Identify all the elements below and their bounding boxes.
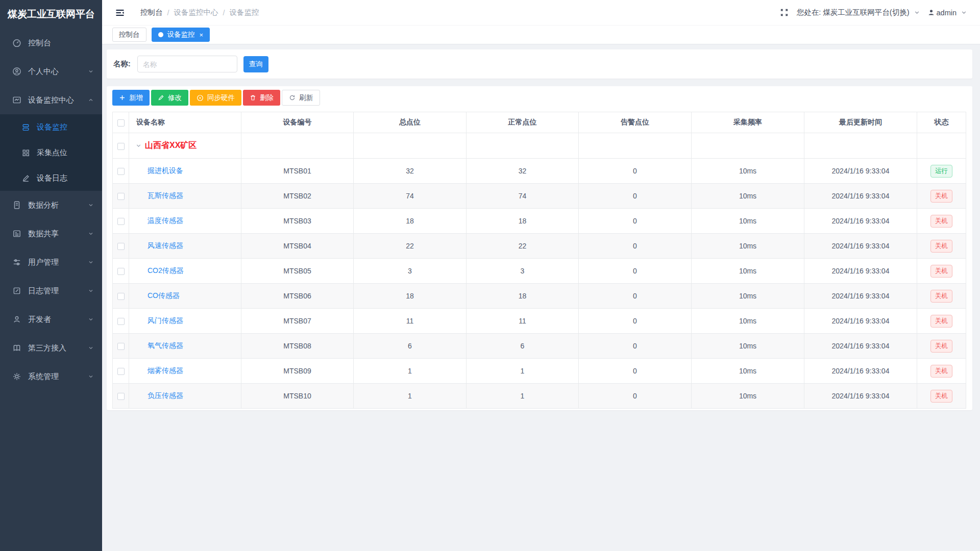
collapse-group-icon[interactable] xyxy=(135,142,142,149)
breadcrumb-device-monitor-center[interactable]: 设备监控中心 xyxy=(174,8,218,17)
sidebar-item-label: 系统管理 xyxy=(28,372,88,382)
fullscreen-icon[interactable] xyxy=(780,8,789,17)
row-checkbox[interactable] xyxy=(117,393,125,400)
row-checkbox[interactable] xyxy=(117,243,125,250)
device-frequency: 10ms xyxy=(692,334,804,359)
table-row: 温度传感器 MTSB03 18 18 0 10ms 2024/1/16 9:33… xyxy=(113,209,966,234)
device-alarm-points: 0 xyxy=(579,309,692,334)
device-name-link[interactable]: 氧气传感器 xyxy=(129,341,183,350)
app-logo: 煤炭工业互联网平台 xyxy=(0,0,102,29)
sidebar-item-label: 采集点位 xyxy=(37,148,94,158)
row-checkbox[interactable] xyxy=(117,218,125,225)
sidebar-item-console[interactable]: 控制台 xyxy=(0,29,102,57)
device-name-link[interactable]: 瓦斯传感器 xyxy=(129,191,183,201)
sidebar-item-log-management[interactable]: 日志管理 xyxy=(0,277,102,305)
table-row: 瓦斯传感器 MTSB02 74 74 0 10ms 2024/1/16 9:33… xyxy=(113,184,966,209)
sidebar-item-system-management[interactable]: 系统管理 xyxy=(0,362,102,391)
add-button-label: 新增 xyxy=(129,93,143,103)
device-frequency: 10ms xyxy=(692,284,804,309)
device-total-points: 11 xyxy=(354,309,467,334)
device-normal-points: 22 xyxy=(467,234,579,259)
device-name-link[interactable]: 烟雾传感器 xyxy=(129,366,183,375)
query-button[interactable]: 查询 xyxy=(243,56,268,72)
device-frequency: 10ms xyxy=(692,184,804,209)
device-code: MTSB06 xyxy=(241,284,354,309)
sidebar-item-collection-points[interactable]: 采集点位 xyxy=(0,140,102,165)
breadcrumb-console[interactable]: 控制台 xyxy=(140,8,163,17)
row-checkbox[interactable] xyxy=(117,293,125,300)
collapse-sidebar-icon[interactable] xyxy=(115,8,125,18)
sidebar-item-user-management[interactable]: 用户管理 xyxy=(0,248,102,277)
device-alarm-points: 0 xyxy=(579,334,692,359)
table-row: 风速传感器 MTSB04 22 22 0 10ms 2024/1/16 9:33… xyxy=(113,234,966,259)
tab-close-icon[interactable]: × xyxy=(200,32,204,38)
select-all-checkbox[interactable] xyxy=(117,119,125,127)
tab-device-monitor[interactable]: 设备监控 × xyxy=(152,28,210,42)
row-checkbox[interactable] xyxy=(117,368,125,375)
row-checkbox[interactable] xyxy=(117,193,125,200)
row-checkbox[interactable] xyxy=(117,343,125,350)
sidebar-item-third-party[interactable]: 第三方接入 xyxy=(0,334,102,362)
add-button[interactable]: 新增 xyxy=(112,90,150,106)
device-name-link[interactable]: CO2传感器 xyxy=(129,266,184,276)
status-badge: 关机 xyxy=(930,215,952,228)
sync-hardware-button[interactable]: 同步硬件 xyxy=(190,90,241,106)
row-checkbox[interactable] xyxy=(117,268,125,275)
device-code: MTSB03 xyxy=(241,209,354,234)
device-name-link[interactable]: 温度传感器 xyxy=(129,216,183,226)
search-input[interactable] xyxy=(137,56,237,72)
pencil-icon xyxy=(21,174,30,183)
device-normal-points: 18 xyxy=(467,209,579,234)
search-panel: 名称: 查询 xyxy=(107,49,972,79)
device-name-link[interactable]: 掘进机设备 xyxy=(129,166,183,176)
group-row-checkbox[interactable] xyxy=(117,143,125,150)
device-normal-points: 1 xyxy=(467,384,579,409)
device-frequency: 10ms xyxy=(692,259,804,284)
refresh-button-label: 刷新 xyxy=(299,93,313,103)
sidebar-item-device-log[interactable]: 设备日志 xyxy=(0,165,102,191)
breadcrumb: 控制台 / 设备监控中心 / 设备监控 xyxy=(140,8,259,17)
edit-button[interactable]: 修改 xyxy=(151,90,188,106)
device-name-link[interactable]: CO传感器 xyxy=(129,291,180,300)
topbar-right: 您处在: 煤炭工业互联网平台(切换) admin xyxy=(780,8,967,17)
device-updated: 2024/1/16 9:33:04 xyxy=(804,384,917,409)
chevron-down-icon xyxy=(88,316,94,322)
user-menu[interactable]: admin xyxy=(927,9,957,17)
column-header-device-name: 设备名称 xyxy=(129,112,241,133)
sidebar-item-label: 控制台 xyxy=(28,38,94,48)
plus-icon xyxy=(119,94,126,101)
device-name-link[interactable]: 风门传感器 xyxy=(129,316,183,325)
table-row: 氧气传感器 MTSB08 6 6 0 10ms 2024/1/16 9:33:0… xyxy=(113,334,966,359)
sidebar-item-device-monitor[interactable]: 设备监控 xyxy=(0,114,102,140)
device-updated: 2024/1/16 9:33:04 xyxy=(804,359,917,384)
platform-switcher[interactable]: 您处在: 煤炭工业互联网平台(切换) xyxy=(797,8,910,17)
sidebar-item-device-monitor-center[interactable]: 设备监控中心 xyxy=(0,86,102,114)
sidebar-item-label: 第三方接入 xyxy=(28,343,88,353)
breadcrumb-device-monitor[interactable]: 设备监控 xyxy=(230,8,259,17)
active-tab-dot-icon xyxy=(158,32,163,37)
device-alarm-points: 0 xyxy=(579,209,692,234)
tab-console[interactable]: 控制台 xyxy=(112,28,146,42)
sidebar-item-data-share[interactable]: 数据共享 xyxy=(0,219,102,248)
group-name[interactable]: 山西省XX矿区 xyxy=(145,140,197,151)
chevron-down-icon xyxy=(88,68,94,74)
device-name-link[interactable]: 风速传感器 xyxy=(129,241,183,251)
row-checkbox[interactable] xyxy=(117,318,125,325)
breadcrumb-separator: / xyxy=(167,9,169,17)
sidebar: 煤炭工业互联网平台 控制台 个人中心 设备监控中心 xyxy=(0,0,102,551)
device-name-link[interactable]: 负压传感器 xyxy=(129,391,183,400)
delete-button[interactable]: 删除 xyxy=(243,90,280,106)
device-normal-points: 11 xyxy=(467,309,579,334)
device-code: MTSB07 xyxy=(241,309,354,334)
sidebar-item-personal-center[interactable]: 个人中心 xyxy=(0,57,102,86)
refresh-button[interactable]: 刷新 xyxy=(282,90,320,106)
device-table-body: 山西省XX矿区 掘进机设备 MTSB01 32 32 0 10ms xyxy=(113,133,966,409)
breadcrumb-separator: / xyxy=(223,9,225,17)
sidebar-item-data-analysis[interactable]: 数据分析 xyxy=(0,191,102,219)
device-normal-points: 74 xyxy=(467,184,579,209)
analysis-icon xyxy=(12,201,21,210)
sidebar-item-label: 日志管理 xyxy=(28,286,88,296)
sidebar-item-developer[interactable]: 开发者 xyxy=(0,305,102,334)
row-checkbox[interactable] xyxy=(117,168,125,175)
device-updated: 2024/1/16 9:33:04 xyxy=(804,334,917,359)
